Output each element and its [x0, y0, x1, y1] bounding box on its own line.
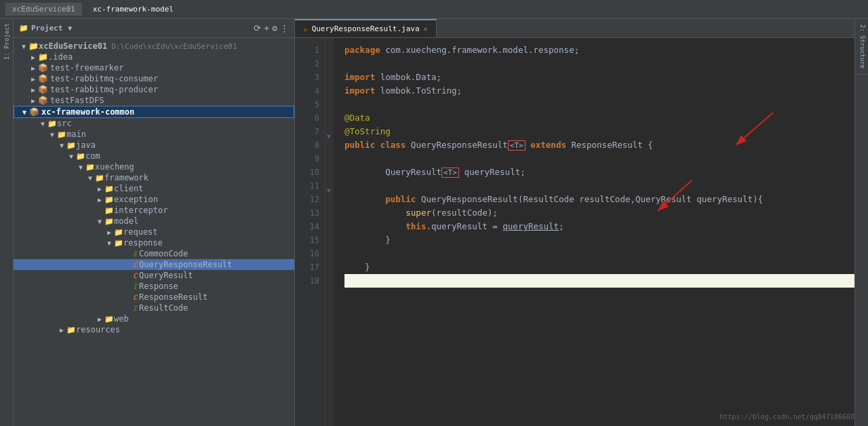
root-path: D:\Code\xcEdu\xcEduService01	[111, 42, 237, 51]
code-line-11	[344, 179, 854, 193]
tree-common-code[interactable]: ▶ E CommonCode	[14, 248, 294, 259]
icon-idea: 📁	[38, 52, 48, 62]
ln-15: 15	[295, 233, 319, 247]
label-xc-framework: xc-framework-common	[41, 107, 134, 117]
title-tab-service-label: xcEduService01	[12, 5, 75, 14]
icon-freemarker: 📦	[38, 63, 48, 73]
code-line-8: public class QueryResponseResult<T> exte…	[344, 138, 854, 152]
tree-testfastdfs[interactable]: ▶ 📦 testFastDFS	[14, 95, 294, 106]
label-freemarker: test-freemarker	[50, 63, 123, 73]
editor-tabs: ☕ QueryResponseResult.java ✕	[295, 19, 854, 38]
ln-16: 16	[295, 247, 319, 260]
code-area[interactable]: package com.xuecheng.framework.model.res…	[334, 38, 854, 426]
arrow-response: ▼	[104, 239, 114, 247]
tree-idea[interactable]: ▶ 📁 .idea	[14, 52, 294, 62]
icon-xuecheng: 📁	[85, 163, 95, 172]
label-web: web	[114, 314, 129, 324]
tree-exception[interactable]: ▶ 📁 exception	[14, 194, 294, 205]
tree-response[interactable]: ▼ 📁 response	[14, 237, 294, 248]
tree-main[interactable]: ▼ 📁 main	[14, 129, 294, 140]
label-exception: exception	[114, 195, 158, 204]
tree-web[interactable]: ▶ 📁 web	[14, 313, 294, 324]
label-main: main	[66, 130, 86, 139]
label-query-response-result: QueryResponseResult	[139, 260, 232, 269]
arrow-freemarker: ▶	[28, 64, 38, 72]
icon-web: 📁	[104, 315, 114, 324]
tree-test-rabbitmq-producer[interactable]: ▶ 📦 test-rabbitmq-producer	[14, 84, 294, 95]
icon-exception: 📁	[104, 195, 114, 204]
tree-com[interactable]: ▼ 📁 com	[14, 151, 294, 161]
arrow-resources: ▶	[57, 326, 66, 334]
tree-result-code[interactable]: ▶ I ResultCode	[14, 303, 294, 313]
tab-close-icon[interactable]: ✕	[424, 25, 428, 33]
left-strip: 1: Project	[0, 19, 14, 426]
fold-gutter: ▼ ▼	[326, 38, 334, 426]
plus-icon[interactable]: +	[264, 23, 269, 33]
icon-main: 📁	[57, 130, 66, 139]
label-response: response	[123, 238, 163, 248]
structure-tab[interactable]: 2: Structure	[855, 19, 868, 75]
tree-request[interactable]: ▶ 📁 request	[14, 227, 294, 237]
settings-icon[interactable]: ⚙	[272, 23, 277, 33]
icon-src: 📁	[47, 119, 57, 128]
tree-test-rabbitmq-consumer[interactable]: ▶ 📦 test-rabbitmq-consumer	[14, 73, 294, 84]
tree-java[interactable]: ▼ 📁 java	[14, 140, 294, 151]
code-line-7: @ToString	[344, 125, 854, 138]
code-line-17: }	[344, 260, 854, 274]
icon-response-class: I	[133, 283, 137, 290]
icon-rabbitmq-producer: 📦	[38, 85, 48, 94]
sync-icon[interactable]: ⟳	[254, 23, 261, 33]
ln-11: 11	[295, 179, 319, 193]
arrow-src: ▼	[38, 120, 47, 128]
arrow-idea: ▶	[28, 54, 38, 61]
tree-client[interactable]: ▶ 📁 client	[14, 183, 294, 194]
label-request: request	[123, 227, 158, 237]
arrow-model: ▼	[95, 218, 104, 225]
panel-actions: ⟳ + ⚙ ⋮	[254, 23, 289, 33]
ln-1: 1	[295, 43, 319, 57]
arrow-fastdfs: ▶	[28, 97, 38, 104]
tree-query-result[interactable]: ▶ C QueryResult	[14, 270, 294, 281]
tree-root[interactable]: ▼ 📁 xcEduService01 D:\Code\xcEdu\xcEduSe…	[14, 41, 294, 52]
icon-com: 📁	[76, 152, 85, 161]
tree-query-response-result[interactable]: ▶ C QueryResponseResult	[14, 259, 294, 270]
arrow-framework: ▼	[85, 174, 95, 182]
more-icon[interactable]: ⋮	[280, 23, 289, 33]
label-src: src	[57, 119, 72, 128]
label-response-result: ResponseResult	[139, 292, 208, 302]
code-line-6: @Data	[344, 111, 854, 125]
title-tab-framework[interactable]: xc-framework-model	[86, 3, 180, 16]
tree-interceptor[interactable]: ▶ 📁 interceptor	[14, 205, 294, 216]
icon-xc-framework: 📦	[29, 107, 39, 117]
label-client: client	[114, 184, 143, 193]
arrow-rabbitmq-producer: ▶	[28, 86, 38, 94]
label-interceptor: interceptor	[114, 206, 167, 215]
code-line-16	[344, 247, 854, 260]
tree-response-class[interactable]: ▶ I Response	[14, 281, 294, 292]
label-framework: framework	[104, 173, 149, 182]
icon-request: 📁	[114, 228, 123, 237]
tree-framework[interactable]: ▼ 📁 framework	[14, 172, 294, 183]
fold-marker-12[interactable]: ▼	[327, 187, 330, 194]
arrow-rabbitmq-consumer: ▶	[28, 75, 38, 83]
icon-rabbitmq-consumer: 📦	[38, 74, 48, 83]
project-strip-label[interactable]: 1: Project	[2, 19, 12, 64]
tree-test-freemarker[interactable]: ▶ 📦 test-freemarker	[14, 62, 294, 73]
icon-query-result: C	[133, 272, 137, 279]
code-line-12: public QueryResponseResult(ResultCode re…	[344, 193, 854, 206]
title-tab-service[interactable]: xcEduService01	[5, 3, 82, 16]
tree-xuecheng[interactable]: ▼ 📁 xuecheng	[14, 161, 294, 172]
tree-src[interactable]: ▼ 📁 src	[14, 118, 294, 129]
code-content: 1 2 3 4 5 6 7 8 9 10 11 12 13 14 15 16 1	[295, 38, 854, 426]
tree-model[interactable]: ▼ 📁 model	[14, 216, 294, 227]
editor-tab-main[interactable]: ☕ QueryResponseResult.java ✕	[295, 19, 437, 37]
tree-xc-framework-common[interactable]: ▼ 📦 xc-framework-common	[14, 106, 294, 118]
code-editor: ☕ QueryResponseResult.java ✕ 1 2 3 4 5 6…	[295, 19, 854, 426]
arrow-request: ▶	[104, 229, 114, 236]
fold-marker-8[interactable]: ▼	[327, 133, 330, 140]
tree-response-result[interactable]: ▶ C ResponseResult	[14, 292, 294, 303]
tree-resources[interactable]: ▶ 📁 resources	[14, 324, 294, 335]
ln-12: 12	[295, 193, 319, 206]
label-common-code: CommonCode	[139, 249, 188, 258]
icon-query-response-result: C	[133, 261, 137, 269]
